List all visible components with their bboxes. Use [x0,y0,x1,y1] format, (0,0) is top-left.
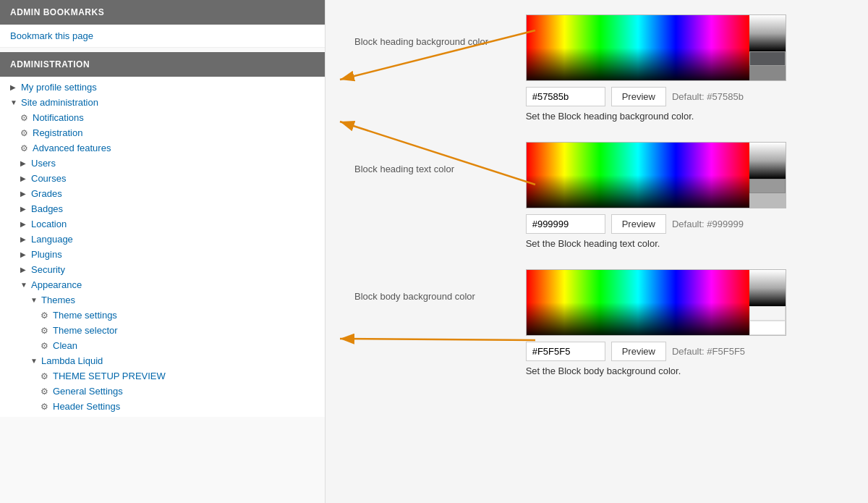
themes-link[interactable]: Themes [41,295,75,305]
arrow-right-icon: ▶ [20,220,29,229]
sidebar-item-clean[interactable]: ⚙ Clean [0,338,325,353]
arrow-right-icon: ▶ [20,190,29,198]
users-link[interactable]: Users [31,158,56,169]
security-link[interactable]: Security [31,264,65,275]
block-heading-bg-preview-btn[interactable]: Preview [611,87,666,106]
sidebar-item-users[interactable]: ▶ Users [0,156,325,171]
gear-icon: ⚙ [20,113,30,123]
selected-color-preview-3 [749,306,786,321]
badges-link[interactable]: Badges [31,203,63,214]
gear-icon: ⚙ [20,128,30,138]
sidebar-item-language[interactable]: ▶ Language [0,232,325,247]
block-body-bg-preview-btn[interactable]: Preview [611,342,666,361]
bookmark-this-page-link[interactable]: Bookmark this page [0,25,325,48]
gear-icon: ⚙ [41,402,51,412]
block-heading-text-description: Set the Block heading text color. [526,238,839,249]
sidebar-item-advanced-features[interactable]: ⚙ Advanced features [0,140,325,156]
administration-header: ADMINISTRATION [0,52,325,77]
hover-color-preview-2 [749,193,786,208]
arrow-right-icon: ▶ [20,235,29,244]
site-admin-link[interactable]: Site administration [21,97,98,108]
color-spectrum-2[interactable] [527,143,749,208]
admin-bookmarks-header: ADMIN BOOKMARKS [0,0,325,25]
nav-tree: ▶ My profile settings ▼ Site administrat… [0,77,325,417]
block-heading-text-default: Default: #999999 [672,219,744,229]
sidebar-item-security[interactable]: ▶ Security [0,262,325,277]
block-heading-text-preview-btn[interactable]: Preview [611,214,666,234]
gear-icon: ⚙ [41,310,51,321]
sidebar-item-lambda-liquid[interactable]: ▼ Lambda Liquid [0,353,325,368]
color-spectrum-3[interactable] [527,270,749,335]
block-heading-bg-description: Set the Block heading background color. [526,111,839,122]
sidebar-item-notifications[interactable]: ⚙ Notifications [0,110,325,125]
plugins-link[interactable]: Plugins [31,249,62,260]
sidebar-item-plugins[interactable]: ▶ Plugins [0,247,325,262]
block-body-bg-label: Block body background color [354,291,475,302]
arrow-right-icon: ▶ [20,159,29,168]
header-settings-link[interactable]: Header Settings [53,401,120,412]
registration-link[interactable]: Registration [33,127,82,138]
sidebar-item-grades[interactable]: ▶ Grades [0,186,325,201]
arrow-right-icon: ▶ [20,266,29,274]
hover-color-preview-1 [749,66,786,80]
appearance-link[interactable]: Appearance [31,279,82,290]
gear-icon: ⚙ [41,371,51,381]
arrow-down-icon: ▼ [30,357,39,365]
theme-setup-preview-link[interactable]: THEME SETUP PREVIEW [53,371,166,381]
block-heading-bg-label: Block heading background color [354,36,488,47]
block-body-bg-description: Set the Block body background color. [526,365,839,376]
lambda-liquid-link[interactable]: Lambda Liquid [41,355,103,366]
sidebar-item-general-settings[interactable]: ⚙ General Settings [0,384,325,399]
sidebar-item-themes[interactable]: ▼ Themes [0,292,325,308]
block-heading-text-label: Block heading text color [354,164,454,174]
bw-gradient-2 [749,143,786,179]
advanced-features-link[interactable]: Advanced features [33,143,111,153]
sidebar-item-registration[interactable]: ⚙ Registration [0,125,325,140]
arrow-right-icon: ▶ [20,250,29,259]
gear-icon: ⚙ [41,386,51,397]
sidebar-item-theme-settings[interactable]: ⚙ Theme settings [0,308,325,323]
block-heading-bg-input[interactable] [526,87,605,106]
sidebar-item-badges[interactable]: ▶ Badges [0,201,325,216]
courses-link[interactable]: Courses [31,173,66,184]
general-settings-link[interactable]: General Settings [53,386,123,397]
sidebar-item-location[interactable]: ▶ Location [0,216,325,232]
gear-icon: ⚙ [41,341,51,351]
arrow-down-icon: ▼ [20,281,29,289]
block-heading-text-section: Block heading text color Preview Default… [354,142,839,249]
sidebar-item-theme-setup-preview[interactable]: ⚙ THEME SETUP PREVIEW [0,368,325,384]
block-body-bg-section: Block body background color Preview Defa… [354,269,839,376]
sidebar-item-courses[interactable]: ▶ Courses [0,171,325,186]
theme-settings-link[interactable]: Theme settings [53,310,117,321]
bw-gradient-3 [749,270,786,306]
gear-icon: ⚙ [41,326,51,336]
location-link[interactable]: Location [31,219,67,229]
sidebar-item-appearance[interactable]: ▼ Appearance [0,277,325,292]
language-link[interactable]: Language [31,234,73,245]
sidebar-item-site-administration[interactable]: ▼ Site administration [0,95,325,110]
arrow-down-icon: ▼ [30,296,39,305]
arrow-right-icon: ▶ [10,83,19,92]
sidebar: ADMIN BOOKMARKS Bookmark this page ADMIN… [0,0,326,503]
selected-color-preview-2 [749,179,786,193]
arrow-right-icon: ▶ [20,205,29,214]
theme-selector-link[interactable]: Theme selector [53,325,118,336]
gear-icon: ⚙ [20,143,30,153]
bw-gradient-1 [749,15,786,51]
block-heading-text-input[interactable] [526,214,605,234]
selected-color-preview-1 [749,51,786,66]
hover-color-preview-3 [749,321,786,335]
my-profile-link[interactable]: My profile settings [21,82,97,93]
notifications-link[interactable]: Notifications [33,112,84,123]
clean-link[interactable]: Clean [53,340,77,351]
sidebar-item-header-settings[interactable]: ⚙ Header Settings [0,399,325,414]
sidebar-item-theme-selector[interactable]: ⚙ Theme selector [0,323,325,338]
grades-link[interactable]: Grades [31,188,62,199]
block-body-bg-input[interactable] [526,342,605,361]
color-spectrum-1[interactable] [527,15,749,80]
block-heading-bg-default: Default: #57585b [672,91,744,102]
block-heading-bg-section: Block heading background color Preview D… [354,14,839,122]
arrow-right-icon: ▶ [20,174,29,183]
main-content: Block heading background color Preview D… [326,0,868,503]
sidebar-item-my-profile[interactable]: ▶ My profile settings [0,80,325,95]
